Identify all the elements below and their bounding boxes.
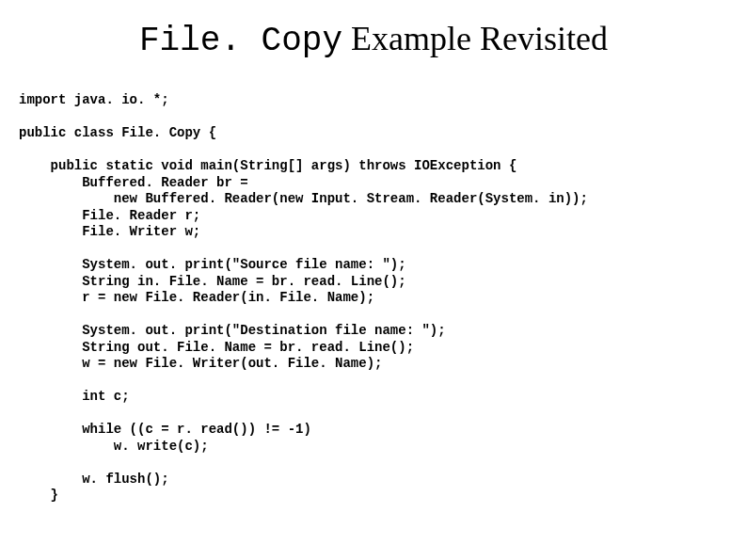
code-line: new Buffered. Reader(new Input. Stream. …: [19, 191, 588, 206]
code-line: public class File. Copy {: [19, 125, 216, 140]
title-rest-part: Example Revisited: [342, 20, 608, 57]
code-line: w = new File. Writer(out. File. Name);: [19, 356, 382, 371]
title-mono-part: File. Copy: [139, 22, 342, 60]
code-block: import java. io. *; public class File. C…: [0, 92, 747, 504]
code-line: Buffered. Reader br =: [19, 175, 248, 190]
code-line: String in. File. Name = br. read. Line()…: [19, 274, 406, 289]
code-line: w. flush();: [19, 472, 169, 487]
code-line: System. out. print("Source file name: ")…: [19, 257, 406, 272]
code-line: int c;: [19, 389, 130, 404]
code-line: System. out. print("Destination file nam…: [19, 323, 446, 338]
code-line: public static void main(String[] args) t…: [19, 158, 517, 173]
code-line: File. Writer w;: [19, 224, 200, 239]
code-line: File. Reader r;: [19, 208, 200, 223]
code-line: String out. File. Name = br. read. Line(…: [19, 340, 414, 355]
code-line: }: [19, 488, 58, 503]
code-line: w. write(c);: [19, 439, 209, 454]
code-line: import java. io. *;: [19, 92, 169, 107]
slide-title: File. Copy Example Revisited: [0, 19, 747, 60]
slide: File. Copy Example Revisited import java…: [0, 0, 747, 560]
code-line: r = new File. Reader(in. File. Name);: [19, 290, 374, 305]
code-line: while ((c = r. read()) != -1): [19, 422, 311, 437]
